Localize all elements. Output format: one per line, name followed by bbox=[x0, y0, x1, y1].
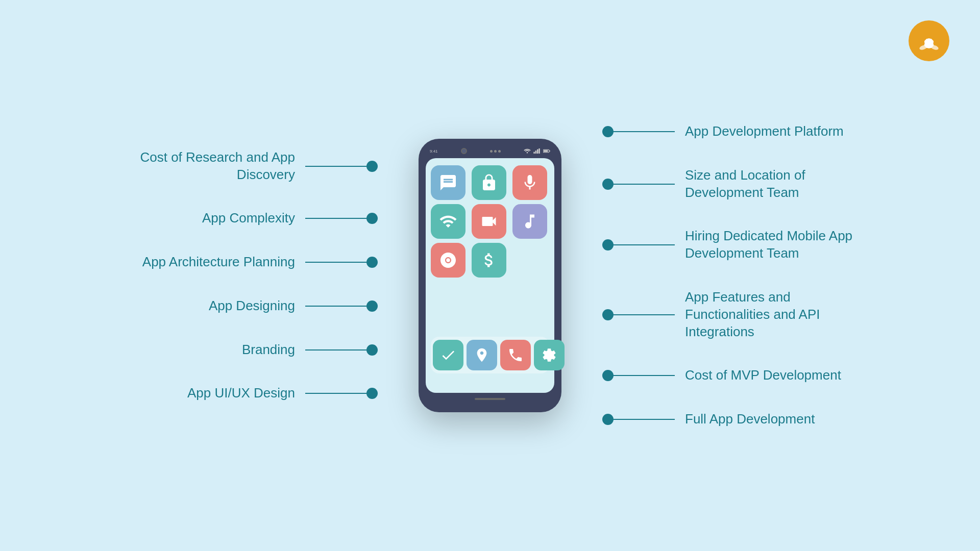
mvp-label: Cost of MVP Development bbox=[685, 367, 841, 384]
check-icon bbox=[440, 347, 456, 363]
phone-top-left: 9:41 bbox=[430, 149, 438, 154]
platform-line bbox=[614, 131, 675, 132]
video-icon bbox=[480, 212, 498, 231]
features-dot bbox=[602, 309, 614, 320]
designing-label: App Designing bbox=[209, 297, 295, 315]
app-lock bbox=[472, 165, 506, 200]
app-wifi bbox=[431, 204, 465, 239]
settings-icon bbox=[541, 347, 557, 363]
battery-icon bbox=[543, 148, 550, 154]
dock-settings bbox=[534, 340, 565, 370]
list-item-architecture: App Architecture Planning bbox=[142, 254, 378, 271]
architecture-dot bbox=[366, 257, 378, 268]
dock-check bbox=[433, 340, 463, 370]
features-label: App Features and Functionalities and API… bbox=[685, 289, 869, 340]
list-item-features: App Features and Functionalities and API… bbox=[602, 289, 869, 340]
wifi-app-icon bbox=[439, 212, 457, 231]
research-line bbox=[305, 166, 366, 167]
designing-dot bbox=[366, 300, 378, 312]
list-item-full-dev: Full App Development bbox=[602, 411, 815, 428]
research-dot bbox=[366, 161, 378, 172]
app-grid-row2 bbox=[431, 204, 549, 239]
mic-icon bbox=[521, 173, 539, 192]
dock-phone bbox=[500, 340, 531, 370]
svg-rect-11 bbox=[537, 149, 538, 154]
dollar-icon bbox=[480, 251, 498, 269]
wifi-icon bbox=[524, 148, 531, 154]
lotus-icon bbox=[916, 28, 942, 54]
app-dollar bbox=[472, 243, 506, 278]
research-label: Cost of Research and App Discovery bbox=[132, 149, 295, 184]
phone-home-indicator bbox=[475, 398, 505, 400]
svg-point-16 bbox=[446, 258, 450, 262]
app-grid-row1 bbox=[431, 165, 549, 200]
phone-status bbox=[524, 148, 550, 154]
uiux-line bbox=[305, 393, 366, 394]
list-item-uiux: App UI/UX Design bbox=[187, 385, 378, 402]
list-item-research: Cost of Research and App Discovery bbox=[132, 149, 378, 184]
list-item-mvp: Cost of MVP Development bbox=[602, 367, 841, 384]
empty-slot bbox=[512, 243, 547, 278]
uiux-dot bbox=[366, 388, 378, 399]
complexity-dot bbox=[366, 213, 378, 224]
location-icon bbox=[474, 347, 490, 363]
svg-rect-14 bbox=[544, 150, 548, 152]
platform-label: App Development Platform bbox=[685, 123, 844, 140]
app-music bbox=[512, 204, 547, 239]
phone-mockup: 9:41 bbox=[419, 139, 561, 412]
svg-rect-9 bbox=[533, 152, 535, 154]
size-location-dot bbox=[602, 179, 614, 190]
branding-dot bbox=[366, 344, 378, 356]
phone-icon bbox=[507, 347, 524, 363]
svg-rect-10 bbox=[535, 151, 537, 154]
list-item-size-location: Size and Location of Development Team bbox=[602, 167, 869, 202]
app-chat bbox=[431, 165, 465, 200]
hiring-label: Hiring Dedicated Mobile App Development … bbox=[685, 228, 869, 262]
svg-rect-15 bbox=[549, 151, 550, 152]
hiring-line bbox=[614, 244, 675, 245]
designing-line bbox=[305, 306, 366, 307]
phone-container: 9:41 bbox=[408, 139, 572, 412]
size-location-line bbox=[614, 184, 675, 185]
full-dev-line bbox=[614, 419, 675, 420]
branding-line bbox=[305, 349, 366, 350]
platform-dot bbox=[602, 126, 614, 137]
list-item-platform: App Development Platform bbox=[602, 123, 844, 140]
app-video bbox=[472, 204, 506, 239]
dock-location bbox=[467, 340, 497, 370]
record-icon bbox=[439, 251, 457, 269]
music-icon bbox=[521, 212, 539, 231]
phone-screen bbox=[426, 158, 554, 393]
size-location-label: Size and Location of Development Team bbox=[685, 167, 869, 202]
list-item-complexity: App Complexity bbox=[202, 210, 378, 227]
mvp-line bbox=[614, 375, 675, 376]
branding-label: Branding bbox=[242, 341, 295, 359]
list-item-branding: Branding bbox=[242, 341, 378, 359]
phone-dots bbox=[490, 150, 501, 153]
phone-empty-space bbox=[431, 282, 549, 333]
phone-camera bbox=[461, 148, 467, 154]
app-record bbox=[431, 243, 465, 278]
main-container: Cost of Research and App Discovery App C… bbox=[0, 0, 980, 551]
features-line bbox=[614, 314, 675, 315]
app-mic bbox=[512, 165, 547, 200]
full-dev-dot bbox=[602, 414, 614, 425]
list-item-hiring: Hiring Dedicated Mobile App Development … bbox=[602, 228, 869, 262]
full-dev-label: Full App Development bbox=[685, 411, 815, 428]
left-column: Cost of Research and App Discovery App C… bbox=[41, 149, 408, 403]
app-grid-row3 bbox=[431, 243, 549, 278]
svg-point-5 bbox=[926, 39, 932, 45]
phone-dock bbox=[431, 337, 549, 373]
list-item-designing: App Designing bbox=[209, 297, 378, 315]
svg-rect-12 bbox=[538, 148, 540, 154]
mvp-dot bbox=[602, 370, 614, 381]
architecture-line bbox=[305, 262, 366, 263]
svg-point-8 bbox=[527, 152, 528, 154]
lock-icon bbox=[480, 173, 498, 192]
right-column: App Development Platform Size and Locati… bbox=[572, 123, 939, 428]
phone-time: 9:41 bbox=[430, 149, 438, 154]
uiux-label: App UI/UX Design bbox=[187, 385, 295, 402]
complexity-label: App Complexity bbox=[202, 210, 295, 227]
architecture-label: App Architecture Planning bbox=[142, 254, 295, 271]
logo-circle bbox=[909, 20, 949, 61]
